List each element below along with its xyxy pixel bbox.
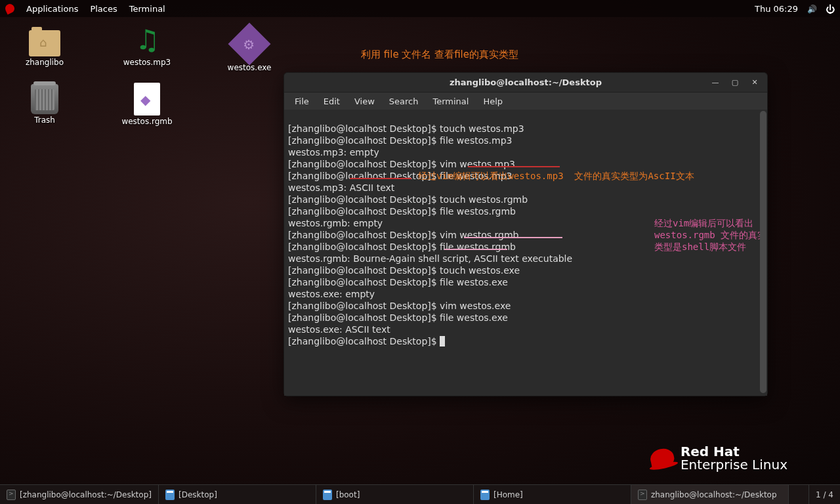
places-menu[interactable]: Places [90, 4, 117, 14]
rgmb-file-icon[interactable]: westos.rgmb [116, 83, 178, 126]
menu-terminal[interactable]: Terminal [426, 95, 475, 108]
window-title: zhanglibo@localhost:~/Desktop [284, 77, 767, 87]
power-icon[interactable] [826, 4, 835, 13]
taskbar-item-boot[interactable]: [boot] [316, 485, 474, 504]
brand-text-bottom: Enterprise Linux [681, 458, 788, 471]
underline-file-rgmb [464, 237, 562, 238]
music-note-icon [131, 26, 163, 56]
terminal-window: zhanglibo@localhost:~/Desktop — ▢ ✕ File… [284, 72, 768, 396]
underline-file-mp3 [468, 166, 560, 167]
home-folder-icon[interactable]: zhanglibo [13, 26, 76, 72]
terminal-menubar: File Edit View Search Terminal Help [284, 93, 767, 110]
exe-file-icon[interactable]: westos.exe [218, 26, 281, 72]
folder-icon [29, 30, 60, 56]
redhat-logo-icon [4, 3, 16, 15]
annotation-mp3-type: 经过vim编辑可以看出westos.mp3 文件的真实类型为AscII文本 [418, 170, 694, 182]
brand-text-top: Red Hat [681, 445, 788, 458]
top-panel: Applications Places Terminal Thu 06:29 [0, 0, 840, 17]
menu-help[interactable]: Help [476, 95, 509, 108]
trash-bin-icon [31, 84, 58, 114]
taskbar-item-home[interactable]: [Home] [474, 485, 631, 504]
terminal-icon [7, 490, 16, 500]
terminal-body[interactable]: [zhanglibo@localhost Desktop]$ touch wes… [284, 110, 767, 396]
file-manager-icon [165, 490, 175, 500]
menu-view[interactable]: View [348, 95, 381, 108]
annotation-rgmb-type: 经过vim编辑后可以看出 westos.rgmb 文件的真实 类型是shell脚… [654, 217, 766, 253]
trash-icon[interactable]: Trash [13, 83, 76, 126]
annotation-file-usage: 利用 file 文件名 查看file的真实类型 [361, 49, 518, 61]
redhat-hat-icon [648, 447, 675, 470]
menu-edit[interactable]: Edit [317, 95, 346, 108]
menu-file[interactable]: File [288, 95, 316, 108]
terminal-scrollbar[interactable] [760, 111, 766, 393]
taskbar-item-desktop[interactable]: [Desktop] [159, 485, 316, 504]
script-file-icon [134, 83, 160, 116]
executable-icon [228, 22, 270, 65]
redhat-branding: Red Hat Enterprise Linux [650, 445, 788, 471]
menu-search[interactable]: Search [383, 95, 425, 108]
terminal-cursor [440, 336, 445, 346]
terminal-icon [638, 490, 647, 500]
close-button[interactable]: ✕ [746, 75, 763, 90]
minimize-button[interactable]: — [707, 75, 724, 90]
terminal-menu[interactable]: Terminal [129, 4, 165, 14]
taskbar-item-terminal-active[interactable]: zhanglibo@localhost:~/Desktop [631, 485, 789, 504]
desktop-icons: zhanglibo westos.mp3 westos.exe Trash we… [13, 26, 281, 126]
workspace-indicator[interactable]: 1 / 4 [808, 485, 840, 504]
file-manager-icon [480, 490, 490, 500]
maximize-button[interactable]: ▢ [726, 75, 744, 90]
file-manager-icon [323, 490, 332, 500]
clock[interactable]: Thu 06:29 [755, 4, 798, 14]
underline-shell-script [444, 249, 507, 250]
mp3-file-icon[interactable]: westos.mp3 [116, 26, 178, 72]
window-titlebar[interactable]: zhanglibo@localhost:~/Desktop — ▢ ✕ [284, 73, 767, 93]
taskbar: [zhanglibo@localhost:~/Desktop] [Desktop… [0, 484, 840, 504]
volume-icon[interactable] [807, 4, 816, 13]
taskbar-item-terminal1[interactable]: [zhanglibo@localhost:~/Desktop] [0, 485, 159, 504]
underline-ascii-text [350, 178, 411, 179]
applications-menu[interactable]: Applications [26, 4, 78, 14]
